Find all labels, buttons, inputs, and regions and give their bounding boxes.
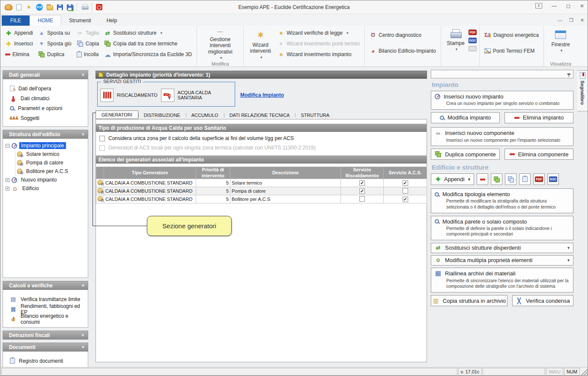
open-folder-icon[interactable]: [47, 6, 53, 10]
incolla-tool-button[interactable]: [519, 173, 531, 185]
duplica-button[interactable]: Duplica: [36, 50, 74, 59]
wizard-verifiche-button[interactable]: ✶Wizard verifiche di legge: [275, 28, 362, 38]
inserisci-button[interactable]: ✚Inserisci: [3, 39, 35, 48]
tab-generatori[interactable]: GENERATORI: [96, 110, 138, 119]
checkbox[interactable]: ✓: [359, 188, 365, 194]
collapse-expander-icon[interactable]: −: [6, 144, 9, 148]
bilancio-edificio-impianto-button[interactable]: ◕Bilancio Edificio-Impianto: [367, 46, 438, 56]
checkbox[interactable]: [359, 196, 365, 202]
tree-item-impianto-principale[interactable]: − Impianto principale: [4, 141, 87, 150]
verifica-condensa-button[interactable]: ╳Verifica condensa: [512, 295, 573, 306]
inserisci-nuovo-componente-button[interactable]: ∞Inserisci nuovo componente Inserisci un…: [431, 127, 573, 146]
wizard-interventi-button[interactable]: ✶ Wizard interventi: [246, 28, 275, 60]
tree-item-nuovo-impianto[interactable]: + Nuovo impianto: [4, 176, 87, 184]
pin-ribbon-icon[interactable]: ⇞: [535, 3, 542, 9]
duplica-tool-button[interactable]: [491, 173, 502, 185]
ponti-termici-fem-button[interactable]: Ponti Termici FEM: [482, 46, 541, 56]
section-header-detrazioni[interactable]: Detrazioni fiscali»: [3, 331, 88, 340]
export-pdf-tool-button[interactable]: PDF: [533, 173, 545, 185]
tab-accumulo[interactable]: ACCUMULO: [186, 111, 224, 119]
wizard-ponti-termici-button[interactable]: ✶Wizard inserimento ponti termici: [275, 39, 362, 48]
resize-grip[interactable]: [580, 367, 588, 376]
appendi-dropdown-button[interactable]: ✚ Appendi ▾: [431, 173, 474, 185]
mdi-close-icon[interactable]: ✕: [580, 18, 584, 23]
export-xls-icon[interactable]: XLS: [469, 46, 477, 51]
riallinea-archivi-button[interactable]: ▦Riallinea archivi dei materiali Permett…: [431, 268, 573, 292]
tree-item-pompa-di-calore[interactable]: Pompa di calore: [15, 158, 87, 167]
checkbox[interactable]: ✓: [403, 197, 408, 202]
sostituisci-strutture-button[interactable]: ⇄Sostituisci strutture: [102, 28, 194, 38]
appendi-button[interactable]: ✚Appendi: [3, 28, 35, 38]
tab-distribuzione[interactable]: DISTRIBUZIONE: [138, 111, 186, 119]
minimize-icon[interactable]: —: [552, 3, 557, 9]
tab-help[interactable]: Help: [99, 15, 125, 26]
incolla-button[interactable]: Incolla: [75, 50, 101, 59]
tree-item-solare-termico[interactable]: Solare termico: [15, 150, 87, 158]
stampe-button[interactable]: Stampe: [444, 28, 468, 60]
checkbox[interactable]: ✓: [359, 180, 365, 186]
table-row[interactable]: CALDAIA A COMBUSTIONE STANDARD 5 Solare …: [96, 179, 427, 187]
modifica-impianto-link[interactable]: Modifica Impianto: [240, 92, 284, 98]
gestione-interventi-button[interactable]: Gestione interventi migliorativi: [200, 28, 241, 60]
sidebar-item-dati-opera[interactable]: Dati dell'opera: [5, 84, 86, 93]
elimina-button[interactable]: Elimina: [3, 50, 35, 59]
sposta-su-button[interactable]: ▲Sposta su: [36, 28, 74, 38]
modifica-multipla-dropdown[interactable]: ⚙ Modifica multipla proprietà elementi ▾: [431, 255, 573, 266]
export-doc-icon[interactable]: DOC: [469, 38, 477, 43]
sostituisci-strutture-dropdown[interactable]: ⇄ Sostituisci strutture disperdenti ▾: [431, 243, 573, 253]
checkbox-row-unica-zona[interactable]: Considera unica zona per il calcolo dell…: [99, 135, 427, 141]
section-header-dati-generali[interactable]: Dati generali»: [3, 70, 88, 79]
section-header-documenti[interactable]: Documenti»: [3, 343, 88, 352]
copia-dati-zone-button[interactable]: Copia dati tra zone termiche: [102, 39, 194, 48]
maximize-icon[interactable]: ◻: [566, 3, 570, 9]
checkbox[interactable]: [99, 145, 105, 151]
tab-dati-relazione-tecnica[interactable]: DATI RELAZIONE TECNICA: [224, 111, 295, 119]
tab-home[interactable]: HOME: [30, 15, 61, 26]
finestre-button[interactable]: Finestre: [546, 28, 575, 60]
importa-euclide3d-button[interactable]: ☁Importa/Sincronizza da Euclide 3D: [102, 50, 194, 59]
diagnosi-energetica-button[interactable]: ΣDiagnosi energetica: [482, 30, 541, 40]
sidebar-item-soggetti[interactable]: ♟♟♟Soggetti: [5, 113, 86, 123]
duplica-componente-button[interactable]: Duplica componente: [431, 149, 500, 160]
mdi-restore-icon[interactable]: ❐: [569, 18, 573, 23]
tree-item-bollitore-acs[interactable]: Bollitore per A.C.S: [15, 167, 87, 176]
close-icon[interactable]: ✕: [580, 3, 584, 9]
pin-icon[interactable]: ┯: [567, 71, 570, 77]
section-header-struttura[interactable]: Struttura dell'edificio»: [3, 130, 88, 139]
elimina-componente-button[interactable]: Elimina componente: [504, 149, 573, 160]
sidebar-item-dati-climatici[interactable]: Dati climatici: [5, 93, 86, 103]
table-row[interactable]: CALDAIA A COMBUSTIONE STANDARD 5 Bollito…: [96, 195, 427, 203]
modifica-impianto-button[interactable]: Modifica impianto: [431, 112, 500, 123]
sposta-giu-button[interactable]: ▼Sposta giù: [36, 39, 74, 48]
segnalibro-tab[interactable]: Segnalibro: [577, 70, 588, 111]
checkbox[interactable]: ✓: [403, 180, 408, 186]
export-pdf-icon[interactable]: PDF: [469, 30, 477, 35]
copia-struttura-button[interactable]: ▥Copia struttura in archivio: [431, 295, 507, 306]
copia-button[interactable]: Copia: [75, 39, 101, 48]
inserisci-nuovo-impianto-button[interactable]: Inserisci nuovo impianto Crea un nuovo i…: [431, 91, 573, 110]
print-icon[interactable]: [81, 4, 88, 11]
modifica-tipologia-button[interactable]: Modifica tipologia elemento Permette di …: [431, 188, 573, 213]
table-row[interactable]: CALDAIA A COMBUSTIONE STANDARD 5 Pompa d…: [96, 187, 427, 195]
elimina-impianto-button[interactable]: Elimina impianto: [504, 112, 573, 123]
sidebar-item-bilancio-energetico[interactable]: Bilancio energetico e consumi: [5, 314, 86, 324]
elimina-tool-button[interactable]: [477, 173, 488, 185]
tab-struttura[interactable]: STRUTTURA: [295, 111, 335, 119]
save-icon[interactable]: [57, 4, 63, 10]
taglia-button[interactable]: ✂Taglia: [75, 28, 101, 38]
checkbox-row-generatori-locali[interactable]: Generatori di ACS locali per ogni singol…: [99, 145, 427, 151]
tree-item-edificio[interactable]: + ⌂ Edificio: [4, 184, 87, 193]
tab-file[interactable]: FILE: [2, 15, 30, 26]
copia-tool-button[interactable]: [505, 173, 516, 185]
centro-diagnostico-button[interactable]: ƱCentro diagnostico: [367, 30, 438, 40]
checkbox[interactable]: [99, 136, 105, 141]
expand-expander-icon[interactable]: +: [6, 187, 9, 191]
sidebar-item-parametri[interactable]: Parametri e opzioni: [5, 103, 86, 113]
sidebar-item-registro-documenti[interactable]: Registro documenti: [5, 356, 86, 366]
section-header-calcoli[interactable]: Calcoli e verifiche»: [3, 281, 88, 290]
export-doc-tool-button[interactable]: DOC: [547, 173, 559, 185]
save-as-icon[interactable]: [67, 4, 73, 10]
tab-strumenti[interactable]: Strumenti: [61, 15, 98, 26]
modifica-parete-button[interactable]: Modifica parete o solaio composto Permet…: [431, 216, 573, 240]
mdi-minimize-icon[interactable]: —: [558, 18, 562, 23]
